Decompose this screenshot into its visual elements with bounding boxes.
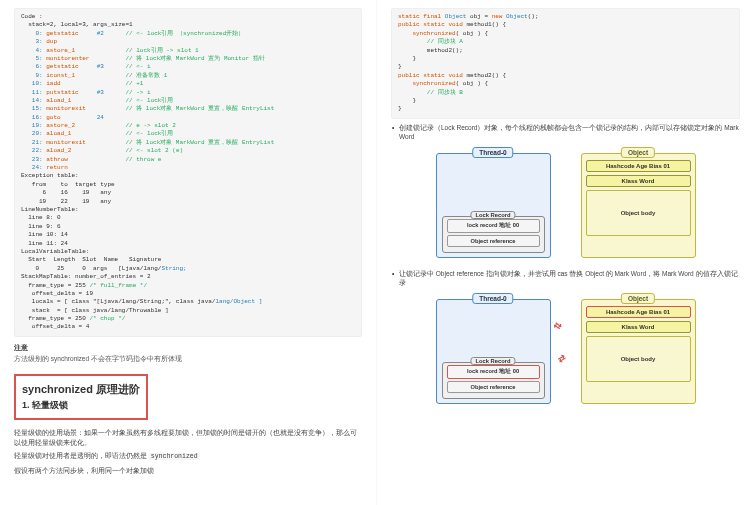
thread0-panel: Thread-0 Lock Record lock record 地址 00 O… (436, 299, 551, 404)
code-line: static final Object obj = new Object(); (398, 13, 733, 21)
bytecode-line: 4: astore_1 // lock引用 -> slot 1 (21, 47, 355, 55)
lvt-cols: Start Length Slot Name Signature (21, 256, 355, 264)
lnt-row: line 8: 0 (21, 214, 355, 222)
cell-object-reference: Object reference (447, 381, 540, 393)
cell-hashcode: Hashcode Age Bias 01 (586, 160, 691, 172)
cell-klass: Klass Word (586, 175, 691, 187)
cell-klass: Klass Word (586, 321, 691, 333)
bytecode-line: 20: aload_1 // <- lock引用 (21, 130, 355, 138)
bullet-cas-reference: 让锁记录中 Object reference 指向锁对象，并尝试用 cas 替换… (399, 269, 740, 287)
smt-frame2: frame_type = 250 /* chop */ (21, 315, 355, 323)
cell-lockrecord-addr: lock record 地址 00 (447, 365, 540, 379)
cell-hashcode: Hashcode Age Bias 01 (586, 306, 691, 318)
cas-arrow-icon: ⇄ (551, 320, 563, 333)
right-page: static final Object obj = new Object();p… (377, 0, 754, 505)
code-label: Code : (21, 13, 355, 21)
annotation-box: synchronized 原理进阶 1. 轻量级锁 (14, 374, 148, 420)
cell-object-body: Object body (586, 336, 691, 382)
lock-record-title: Lock Record (470, 357, 515, 365)
code-line: } (398, 55, 733, 63)
stack-info: stack=2, local=3, args_size=1 (21, 21, 355, 29)
lock-record-title: Lock Record (470, 211, 515, 219)
bytecode-line: 5: monitorenter // 将 lock对象 MarkWord 置为 … (21, 55, 355, 63)
lnt-row: line 10: 14 (21, 231, 355, 239)
bytecode-line: 19: astore_2 // e -> slot 2 (21, 122, 355, 130)
para-assume: 假设有两个方法同步块，利用同一个对象加锁 (14, 466, 362, 476)
note-text: 方法级别的 synchronized 不会在字节码指令中有所体现 (14, 355, 362, 364)
bytecode-line: 23: athrow // throw e (21, 156, 355, 164)
code-line: public static void method1() { (398, 21, 733, 29)
object-title: Object (621, 293, 655, 304)
object-panel: Object Hashcode Age Bias 01 Klass Word O… (581, 153, 696, 258)
cell-lockrecord-addr: lock record 地址 00 (447, 219, 540, 233)
lvt-row: 0 25 0 args [Ljava/lang/String; (21, 265, 355, 273)
object-title: Object (621, 147, 655, 158)
bytecode-line: 22: aload_2 // <- slot 2 (e) (21, 147, 355, 155)
bytecode-line: 0: getstatic #2 // <- lock引用 （synchroniz… (21, 30, 355, 38)
smt-stack: stack = [ class java/lang/Throwable ] (21, 307, 355, 315)
heading-advanced: synchronized 原理进阶 (22, 382, 140, 397)
code-line: // 同步块 A (398, 38, 733, 46)
java-code-block: static final Object obj = new Object();p… (391, 8, 740, 119)
bytecode-line: 11: putstatic #3 // -> i (21, 89, 355, 97)
bytecode-line: 14: aload_1 // <- lock引用 (21, 97, 355, 105)
para-scenario: 轻量级锁的使用场景：如果一个对象虽然有多线程要加锁，但加锁的时间是错开的（也就是… (14, 428, 362, 448)
bytecode-line: 15: monitorexit // 将 lock对象 MarkWord 重置，… (21, 105, 355, 113)
lnt-row: line 11: 24 (21, 240, 355, 248)
lnt-header: LineNumberTable: (21, 206, 355, 214)
cell-object-body: Object body (586, 190, 691, 236)
exc-row: 19 22 19 any (21, 198, 355, 206)
object-panel: Object Hashcode Age Bias 01 Klass Word O… (581, 299, 696, 404)
smt-frame1: frame_type = 255 /* full_frame */ (21, 282, 355, 290)
smt-off1: offset_delta = 19 (21, 290, 355, 298)
bullet-create-lockrecord: 创建锁记录（Lock Record）对象，每个线程的栈帧都会包含一个锁记录的结构… (399, 123, 740, 141)
bytecode-line: 24: return (21, 164, 355, 172)
bytecode-line: 9: iconst_1 // 准备常数 1 (21, 72, 355, 80)
code-line: synchronized( obj ) { (398, 80, 733, 88)
lock-record-panel: Lock Record lock record 地址 00 Object ref… (442, 362, 545, 399)
thread0-title: Thread-0 (472, 293, 513, 304)
bytecode-line: 6: getstatic #3 // <- i (21, 63, 355, 71)
exc-row: 6 16 19 any (21, 189, 355, 197)
lvt-header: LocalVariableTable: (21, 248, 355, 256)
cas-arrow-icon: ⇄ (556, 352, 568, 365)
code-line: synchronized( obj ) { (398, 30, 733, 38)
left-page: Code : stack=2, local=3, args_size=1 0: … (0, 0, 377, 505)
smt-off2: offset_delta = 4 (21, 323, 355, 331)
bytecode-line: 10: iadd // +1 (21, 80, 355, 88)
code-line: method2(); (398, 47, 733, 55)
bytecode-block: Code : stack=2, local=3, args_size=1 0: … (14, 8, 362, 337)
code-line: } (398, 97, 733, 105)
para-transparent: 轻量级锁对使用者是透明的，即语法仍然是 synchronized (14, 451, 362, 462)
heading-lightlock: 1. 轻量级锁 (22, 399, 140, 412)
bytecode-line: 3: dup (21, 38, 355, 46)
code-line: } (398, 63, 733, 71)
code-line: // 同步块 B (398, 89, 733, 97)
code-line: public static void method2() { (398, 72, 733, 80)
thread0-title: Thread-0 (472, 147, 513, 158)
code-line: } (398, 105, 733, 113)
bytecode-line: 21: monitorexit // 将 lock对象 MarkWord 重置，… (21, 139, 355, 147)
lnt-row: line 9: 6 (21, 223, 355, 231)
smt-header: StackMapTable: number_of_entries = 2 (21, 273, 355, 281)
diagram-cas-swap: Thread-0 Lock Record lock record 地址 00 O… (436, 291, 696, 411)
smt-locals: locals = [ class "[Ljava/lang/String;", … (21, 298, 355, 306)
bytecode-line: 16: goto 24 (21, 114, 355, 122)
cell-object-reference: Object reference (447, 235, 540, 247)
lock-record-panel: Lock Record lock record 地址 00 Object ref… (442, 216, 545, 253)
note-title: 注意 (14, 343, 362, 353)
diagram-before-cas: Thread-0 Lock Record lock record 地址 00 O… (436, 145, 696, 265)
exception-cols: from to target type (21, 181, 355, 189)
exception-header: Exception table: (21, 172, 355, 180)
thread0-panel: Thread-0 Lock Record lock record 地址 00 O… (436, 153, 551, 258)
